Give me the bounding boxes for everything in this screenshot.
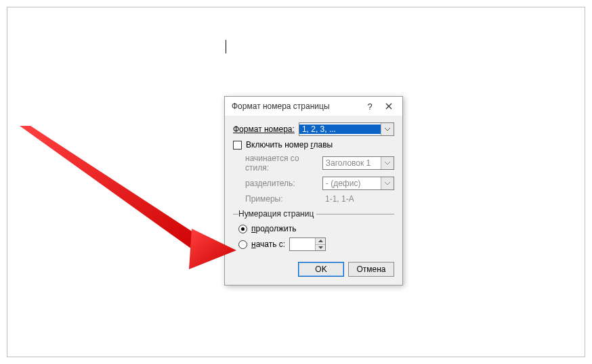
cancel-button[interactable]: Отмена <box>348 262 394 277</box>
start-at-radio-row[interactable]: начать с: <box>238 237 394 251</box>
help-button[interactable]: ? <box>360 99 379 114</box>
dialog-buttons: OK Отмена <box>233 262 394 277</box>
include-chapter-row[interactable]: Включить номер главы <box>233 140 394 150</box>
chevron-down-icon <box>381 157 394 169</box>
chevron-down-icon <box>381 177 394 189</box>
separator-row: разделитель: - (дефис) <box>233 177 394 190</box>
examples-value: 1-1, 1-A <box>325 194 354 204</box>
ok-button[interactable]: OK <box>298 262 344 277</box>
dialog-body: Формат номера: 1, 2, 3, ... Включить ном… <box>225 116 402 285</box>
separator-dropdown[interactable]: - (дефис) <box>322 177 394 190</box>
close-icon <box>385 103 392 110</box>
text-caret <box>226 40 226 53</box>
spinner-buttons <box>315 238 325 250</box>
starts-with-style-row: начинается со стиля: Заголовок 1 <box>233 154 394 173</box>
continue-label: продолжить <box>251 224 296 233</box>
spinner-down[interactable] <box>316 245 325 251</box>
number-format-value: 1, 2, 3, ... <box>299 124 381 134</box>
chevron-down-icon <box>381 123 394 135</box>
dialog-titlebar[interactable]: Формат номера страницы ? <box>225 97 402 116</box>
page-numbering-legend: Нумерация страниц <box>238 209 316 219</box>
start-at-input[interactable] <box>290 238 315 250</box>
starts-with-style-label: начинается со стиля: <box>245 154 322 173</box>
start-at-radio[interactable] <box>238 240 247 249</box>
help-icon: ? <box>367 101 372 112</box>
page-number-format-dialog: Формат номера страницы ? Формат номера: … <box>224 96 403 286</box>
document-canvas: Формат номера страницы ? Формат номера: … <box>7 7 585 357</box>
close-button[interactable] <box>379 99 398 114</box>
dialog-title: Формат номера страницы <box>232 101 360 111</box>
number-format-row: Формат номера: 1, 2, 3, ... <box>233 122 394 136</box>
include-chapter-label: Включить номер главы <box>246 140 333 150</box>
number-format-dropdown[interactable]: 1, 2, 3, ... <box>299 122 394 136</box>
start-at-spinner[interactable] <box>289 237 326 251</box>
continue-radio-row[interactable]: продолжить <box>238 224 394 233</box>
number-format-label: Формат номера: <box>233 124 295 134</box>
svg-marker-2 <box>20 126 211 256</box>
annotation-arrow <box>14 126 241 275</box>
separator-value: - (дефис) <box>323 179 381 188</box>
separator-label: разделитель: <box>245 179 322 188</box>
continue-radio[interactable] <box>238 225 247 233</box>
page-numbering-group: Нумерация страниц продолжить начать с: <box>233 209 394 255</box>
spinner-up[interactable] <box>316 238 325 245</box>
starts-with-style-value: Заголовок 1 <box>323 158 381 168</box>
include-chapter-checkbox[interactable] <box>233 141 242 150</box>
examples-label: Примеры: <box>245 194 325 204</box>
starts-with-style-dropdown[interactable]: Заголовок 1 <box>322 156 394 170</box>
examples-row: Примеры: 1-1, 1-A <box>233 194 394 204</box>
start-at-label: начать с: <box>251 240 285 249</box>
